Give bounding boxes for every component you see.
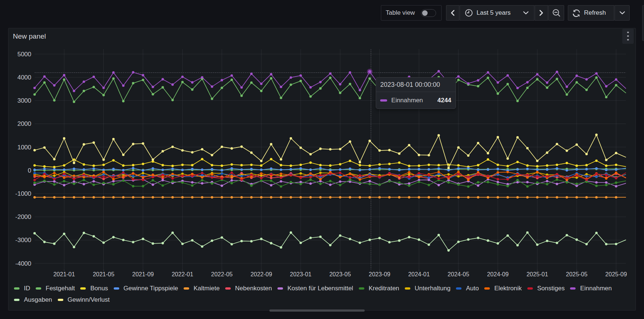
- svg-text:-1000: -1000: [15, 190, 31, 197]
- svg-text:2021-05: 2021-05: [93, 271, 114, 277]
- svg-text:-2000: -2000: [15, 213, 31, 220]
- svg-text:2021-09: 2021-09: [132, 271, 154, 277]
- svg-text:4000: 4000: [17, 74, 31, 81]
- svg-text:2021-01: 2021-01: [53, 271, 75, 277]
- svg-text:0: 0: [28, 167, 31, 174]
- svg-text:2022-01: 2022-01: [171, 271, 193, 277]
- svg-text:2025-01: 2025-01: [527, 271, 548, 277]
- svg-text:2023-09: 2023-09: [369, 271, 390, 277]
- svg-text:2024-01: 2024-01: [408, 271, 430, 277]
- svg-text:2025-09: 2025-09: [605, 271, 627, 277]
- svg-text:3000: 3000: [17, 97, 31, 104]
- svg-text:2023-05: 2023-05: [329, 271, 351, 277]
- svg-text:2024-05: 2024-05: [447, 271, 469, 277]
- svg-text:-3000: -3000: [15, 237, 31, 244]
- svg-text:1000: 1000: [17, 143, 31, 150]
- svg-text:2000: 2000: [17, 120, 31, 127]
- svg-text:2023-01: 2023-01: [290, 271, 312, 277]
- svg-text:2022-05: 2022-05: [211, 271, 233, 277]
- svg-text:2024-09: 2024-09: [487, 271, 509, 277]
- svg-text:-4000: -4000: [15, 260, 31, 267]
- svg-text:2025-05: 2025-05: [566, 271, 588, 277]
- svg-text:2022-09: 2022-09: [251, 271, 272, 277]
- svg-text:5000: 5000: [17, 50, 31, 57]
